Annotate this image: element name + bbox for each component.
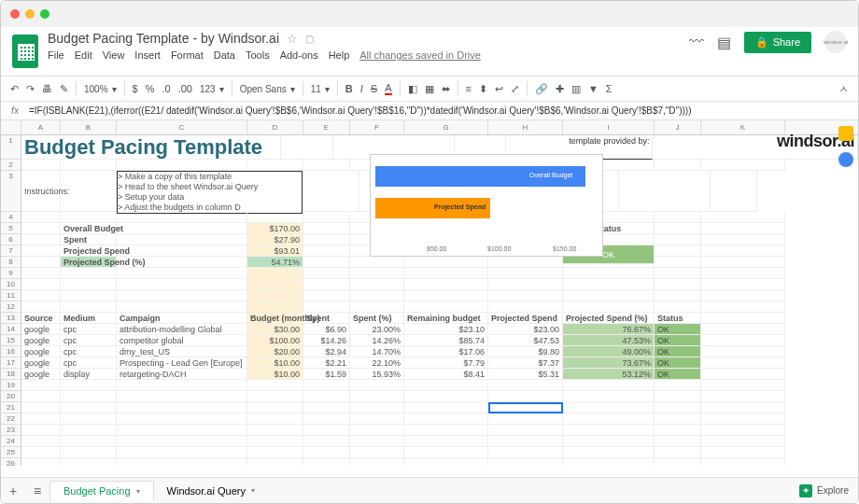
maximize-window-icon[interactable] — [40, 9, 49, 19]
sheets-icon[interactable] — [12, 35, 38, 68]
decrease-decimal-icon[interactable]: .0 — [162, 83, 170, 94]
paint-format-icon[interactable]: ✎ — [60, 83, 68, 95]
fill-color-icon[interactable]: ◧ — [408, 83, 417, 95]
merge-icon[interactable]: ⬌ — [442, 83, 450, 95]
row-headers: 1234567891011121314151617181920212223242… — [1, 135, 21, 466]
avatar[interactable]: windsor.ai — [824, 31, 847, 53]
fx-icon[interactable]: fx — [1, 105, 29, 116]
borders-icon[interactable]: ▦ — [425, 83, 434, 95]
lock-icon: 🔒 — [755, 36, 768, 49]
currency-icon[interactable]: $ — [133, 83, 138, 94]
close-window-icon[interactable] — [10, 9, 20, 19]
activity-icon[interactable]: 〰 — [689, 34, 704, 50]
menu-tools[interactable]: Tools — [246, 49, 270, 61]
number-format-select[interactable]: 123 ▾ — [200, 84, 224, 94]
menu-bar: File Edit View Insert Format Data Tools … — [48, 49, 481, 61]
explore-button[interactable]: ✦Explore — [799, 484, 849, 497]
menu-edit[interactable]: Edit — [75, 49, 92, 61]
column-headers: ABCDEFGHIJK — [1, 120, 858, 135]
rotate-icon[interactable]: ⤢ — [511, 83, 519, 95]
add-sheet-icon[interactable]: + — [1, 483, 25, 498]
share-button[interactable]: 🔒 Share — [744, 32, 811, 53]
formula-input[interactable]: =IF(ISBLANK(E21),(iferror((E21/ datedif(… — [29, 105, 691, 116]
tasks-icon[interactable] — [838, 152, 853, 167]
comments-icon[interactable]: ▤ — [717, 34, 731, 51]
budget-chart[interactable]: Overall Budget Projected Spend $50.00 $1… — [370, 154, 603, 257]
formula-bar: fx =IF(ISBLANK(E21),(iferror((E21/ dated… — [1, 102, 858, 120]
toolbar-collapse-icon[interactable]: ㅅ — [838, 82, 849, 96]
menu-insert[interactable]: Insert — [134, 49, 161, 61]
window-titlebar — [1, 1, 858, 27]
wrap-icon[interactable]: ↩ — [495, 83, 503, 95]
font-size-select[interactable]: 11 ▾ — [311, 84, 330, 94]
chart-tick-100: $100.00 — [487, 245, 511, 252]
tab-budget-pacing[interactable]: Budget Pacing▾ — [49, 481, 154, 500]
menu-help[interactable]: Help — [329, 49, 350, 61]
text-color-icon[interactable]: A — [385, 82, 391, 95]
chart-label-overall-budget: Overall Budget — [529, 172, 572, 178]
valign-icon[interactable]: ⬍ — [479, 83, 487, 95]
save-status: All changes saved in Drive — [359, 49, 481, 61]
toolbar: ↶ ↷ 🖶 ✎ 100% ▾ $ % .0 .00 123 ▾ Open San… — [1, 76, 858, 102]
move-icon[interactable]: ▢ — [305, 34, 314, 44]
font-select[interactable]: Open Sans ▾ — [240, 84, 295, 94]
undo-icon[interactable]: ↶ — [10, 83, 19, 95]
italic-icon[interactable]: I — [360, 83, 363, 94]
app-header: Budget Pacing Template - by Windsor.ai ☆… — [1, 27, 858, 76]
filter-icon[interactable]: ▼ — [588, 83, 598, 94]
chart-tick-50: $50.00 — [427, 245, 446, 252]
menu-data[interactable]: Data — [214, 49, 235, 61]
functions-icon[interactable]: Σ — [606, 83, 613, 94]
sheet-tabs-bar: + ≡ Budget Pacing▾ Windsor.ai Query▾ ✦Ex… — [1, 477, 858, 503]
strike-icon[interactable]: S — [371, 83, 377, 94]
increase-decimal-icon[interactable]: .00 — [178, 83, 192, 94]
bold-icon[interactable]: B — [345, 83, 353, 94]
zoom-select[interactable]: 100% ▾ — [84, 84, 117, 94]
chart-label-projected-spend: Projected Spend — [434, 203, 486, 210]
menu-file[interactable]: File — [48, 49, 64, 61]
tab-windsor-query[interactable]: Windsor.ai Query▾ — [154, 482, 268, 500]
print-icon[interactable]: 🖶 — [42, 83, 52, 94]
document-title[interactable]: Budget Pacing Template - by Windsor.ai — [48, 31, 279, 46]
spreadsheet-grid[interactable]: ABCDEFGHIJK 1234567891011121314151617181… — [1, 120, 858, 466]
minimize-window-icon[interactable] — [25, 9, 35, 19]
percent-icon[interactable]: % — [146, 83, 155, 94]
keep-icon[interactable] — [838, 126, 853, 141]
menu-addons[interactable]: Add-ons — [280, 49, 318, 61]
star-icon[interactable]: ☆ — [287, 32, 298, 46]
side-panel — [834, 120, 858, 167]
link-icon[interactable]: 🔗 — [535, 83, 548, 95]
comment-insert-icon[interactable]: ✚ — [556, 83, 564, 95]
redo-icon[interactable]: ↷ — [26, 83, 35, 95]
halign-icon[interactable]: ≡ — [466, 83, 472, 94]
menu-format[interactable]: Format — [171, 49, 204, 61]
chart-icon[interactable]: ▥ — [571, 83, 581, 95]
chart-tick-150: $150.00 — [553, 245, 576, 252]
menu-view[interactable]: View — [103, 49, 125, 61]
all-sheets-icon[interactable]: ≡ — [25, 483, 49, 498]
